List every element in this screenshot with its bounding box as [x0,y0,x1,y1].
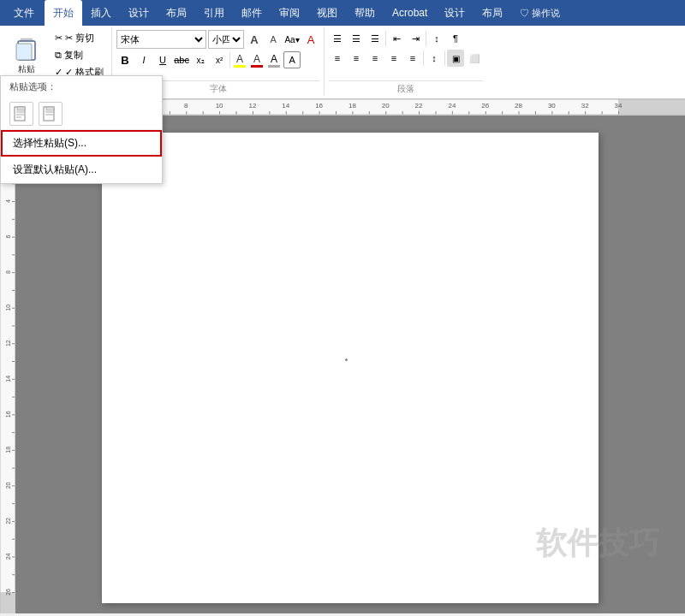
tab-help[interactable]: 帮助 [346,0,384,26]
tab-insert[interactable]: 插入 [82,0,120,26]
paste-merge-format-button[interactable] [39,102,63,126]
paragraph-group-label: 段落 [329,80,483,95]
clipboard-small-buttons: ✂ ✂ 剪切 ⧉ 复制 ✓ ✓ 格式刷 [51,30,107,80]
font-row2: B I U abc x₂ x² A A [116,51,319,68]
ribbon: 文件 开始 插入 设计 布局 引用 邮件 审阅 视图 帮助 Acrobat [0,0,685,99]
strikethrough-button[interactable]: abc [173,51,190,68]
tab-design2[interactable]: 设计 [436,0,474,26]
clear-format-icon: A [307,33,315,46]
show-formatting-button[interactable]: ¶ [447,30,464,47]
font-name-select[interactable]: 宋体 [116,30,206,49]
char-border-button[interactable]: A [283,51,301,68]
tab-design[interactable]: 设计 [120,0,158,26]
selective-paste-button[interactable]: 选择性粘贴(S)... [1,130,162,157]
italic-button[interactable]: I [135,51,152,68]
para-row1: ☰ ☰ ☰ ⇤ ⇥ ↕ ¶ [329,30,483,47]
align-left-button[interactable]: ≡ [329,50,346,67]
char-shading-button[interactable]: A [266,52,282,68]
tab-mailings[interactable]: 邮件 [233,0,271,26]
underline-button[interactable]: U [154,51,171,68]
main-area: ↙ 软件技巧 [0,116,685,613]
tab-file[interactable]: 文件 [3,0,45,26]
multilevel-list-button[interactable]: ☰ [366,30,384,47]
tab-home[interactable]: 开始 [45,0,82,26]
cursor-dot [345,358,348,361]
line-spacing-button[interactable]: ↕ [426,50,443,67]
tab-review[interactable]: 审阅 [271,0,308,26]
tab-references[interactable]: 引用 [195,0,233,26]
align-center-button[interactable]: ≡ [348,50,365,67]
document-area[interactable]: ↙ 软件技巧 [15,116,685,613]
bold-button[interactable]: B [116,51,134,68]
shading-button[interactable]: ▣ [447,50,464,67]
justify-button[interactable]: ≡ [385,50,402,67]
superscript-button[interactable]: x² [211,51,228,68]
tab-operations[interactable]: ♡ 操作说 [511,0,569,26]
svg-rect-5 [17,107,25,110]
paste-btn-area: 粘贴 [8,33,45,79]
para-row2: ≡ ≡ ≡ ≡ ≡ ↕ ▣ ⬜ [329,50,483,67]
char-shading-icon: A [271,53,277,65]
tab-layout2[interactable]: 布局 [474,0,511,26]
increase-indent-button[interactable]: ⇥ [407,30,424,47]
paste-options-row [1,95,162,130]
numbering-button[interactable]: ☰ [348,30,365,47]
set-default-paste-button[interactable]: 设置默认粘贴(A)... [1,157,162,183]
font-size-select[interactable]: 小四 [208,30,244,49]
subscript-button[interactable]: x₂ [192,51,209,68]
cut-button[interactable]: ✂ ✂ 剪切 [51,30,107,46]
paste-dropdown: 粘贴选项： 选择性粘贴(S)... 设置默认粘贴(A)... [0,75,163,184]
paragraph-group: ☰ ☰ ☰ ⇤ ⇥ ↕ ¶ ≡ ≡ ≡ ≡ ≡ [325,27,487,95]
svg-rect-10 [46,107,54,110]
decrease-indent-button[interactable]: ⇤ [388,30,405,47]
font-shrink-button[interactable]: A [265,31,282,48]
paste-icon [13,36,40,63]
font-grow-button[interactable]: A [246,31,263,48]
svg-rect-3 [16,44,32,60]
tab-view[interactable]: 视图 [308,0,346,26]
change-case-button[interactable]: Aa▾ [283,31,301,48]
bullets-button[interactable]: ☰ [329,30,346,47]
font-color-bar [251,65,263,68]
highlight-icon: A [236,53,243,65]
tab-layout[interactable]: 布局 [158,0,195,26]
font-row1: 宋体 小四 A A Aa▾ A [116,30,319,49]
document-page: ↙ [102,133,599,603]
borders-button[interactable]: ⬜ [466,50,483,67]
ribbon-tabs: 文件 开始 插入 设计 布局 引用 邮件 审阅 视图 帮助 Acrobat [0,0,685,26]
font-color-button[interactable]: A [249,52,265,68]
font-color-icon: A [253,53,260,65]
align-right-button[interactable]: ≡ [366,50,384,67]
cut-icon: ✂ [55,33,63,44]
highlight-color-bar [234,65,246,68]
distributed-button[interactable]: ≡ [404,50,421,67]
copy-icon: ⧉ [55,50,62,61]
clear-format-button[interactable]: A [302,31,319,48]
highlight-color-button[interactable]: A [232,52,247,68]
vertical-ruler [0,116,15,613]
copy-button[interactable]: ⧉ 复制 [51,47,107,63]
v-ruler-canvas [0,117,15,613]
paste-button[interactable]: 粘贴 [8,33,45,79]
shading-bar [268,65,280,68]
sort-button[interactable]: ↕ [428,30,445,47]
paste-options-title: 粘贴选项： [1,76,162,95]
paste-keep-source-button[interactable] [9,102,33,126]
tab-acrobat[interactable]: Acrobat [384,0,436,26]
